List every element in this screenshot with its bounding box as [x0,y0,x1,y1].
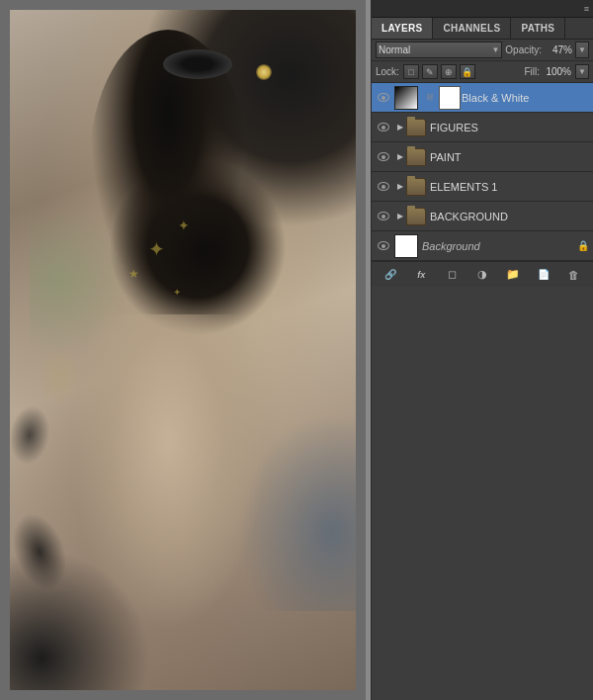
star-decoration-1: ✦ [148,237,165,261]
eye-icon [378,212,389,220]
fill-value: 100% [544,66,571,77]
layer-mask-thumbnail [439,86,461,110]
folder-icon-figures [406,119,426,136]
eye-pupil [381,185,385,189]
folder-icon-background [406,208,426,225]
fill-label: Fill: [524,66,540,77]
opacity-stepper[interactable]: ▼ [575,42,589,58]
layers-list: ⛓ Black & White ▶ FIGURES ▶ [372,83,593,261]
tab-layers[interactable]: LAYERS [372,18,433,39]
eye-icon [378,123,389,131]
layer-name-elements1: ELEMENTS 1 [430,181,589,193]
layer-collapse-elements1[interactable]: ▶ [394,181,406,193]
opacity-arrow-icon: ▼ [578,45,586,54]
group-icon: 📁 [506,268,520,281]
layer-locked-icon: 🔒 [577,240,589,251]
fill-arrow-icon: ▼ [578,67,586,76]
opacity-label: Opacity: [505,44,542,55]
opacity-value: 47% [545,44,572,55]
lock-transparent-btn[interactable]: □ [403,64,419,79]
new-group-button[interactable]: 📁 [503,265,523,285]
layer-item-elements1[interactable]: ▶ ELEMENTS 1 [372,172,593,202]
star-decoration-3: ★ [128,267,139,281]
eye-pupil [381,155,385,159]
layers-panel: ≡ LAYERS CHANNELS PATHS Normal ▼ Opacity… [371,0,593,700]
new-layer-icon: 📄 [538,269,550,280]
sketch-figure [40,349,79,403]
folder-icon-elements1 [406,178,426,196]
eye-icon [378,182,389,191]
layer-collapse-paint[interactable]: ▶ [394,151,406,163]
blend-mode-select[interactable]: Normal ▼ [376,42,502,58]
layer-item-black-white[interactable]: ⛓ Black & White [372,83,593,113]
eye-icon [378,152,389,161]
eye-pupil [381,96,385,100]
layer-eye-paint[interactable] [376,149,391,165]
layer-name-background-group: BACKGROUND [430,211,589,222]
panel-bottom-toolbar: 🔗 fx ◻ ◑ 📁 📄 🗑 [372,261,593,287]
layer-thumb-bw [394,86,418,110]
fill-stepper[interactable]: ▼ [575,64,589,79]
canvas-area: ✦ ✦ ★ ✦ [0,0,366,700]
adjustment-icon: ◑ [477,268,487,281]
eye-pupil [381,126,385,130]
delete-icon: 🗑 [568,269,579,281]
lock-fill-row: Lock: □ ✎ ⊕ 🔒 Fill: 100% ▼ [372,61,593,83]
eye-pupil [381,244,385,248]
bg-thumbnail [395,235,417,257]
lock-icons-group: □ ✎ ⊕ 🔒 [403,64,521,79]
figure-light-woman [69,314,267,631]
add-mask-button[interactable]: ◻ [442,265,462,285]
fx-icon: fx [417,270,425,280]
artwork-canvas: ✦ ✦ ★ ✦ [10,10,356,690]
layer-thumb-background [394,234,418,258]
link-icon: 🔗 [384,269,396,280]
blend-mode-arrow: ▼ [491,45,499,54]
layer-item-background-group[interactable]: ▶ BACKGROUND [372,202,593,231]
layer-eye-background-group[interactable] [376,209,391,224]
delete-layer-button[interactable]: 🗑 [563,265,583,285]
bw-thumbnail [395,87,417,109]
eye-pupil [381,215,385,219]
ufo-shape [163,49,232,79]
eye-icon [378,93,389,102]
lock-label: Lock: [376,66,399,77]
panel-menu-icon[interactable]: ≡ [584,4,589,14]
star-decoration-4: ✦ [173,287,181,298]
layer-eye-figures[interactable] [376,120,391,135]
layer-eye-black-white[interactable] [376,90,391,106]
layer-name-black-white: Black & White [462,92,589,104]
ufo-light [256,64,272,80]
layer-chain-icon[interactable]: ⛓ [423,91,437,105]
layer-eye-elements1[interactable] [376,179,391,195]
tab-channels[interactable]: CHANNELS [433,18,511,39]
layer-eye-background[interactable] [376,238,391,254]
layer-name-paint: PAINT [430,151,589,163]
blend-opacity-row: Normal ▼ Opacity: 47% ▼ [372,40,593,61]
layer-item-background[interactable]: Background 🔒 [372,231,593,261]
tab-paths[interactable]: PATHS [511,18,565,39]
panel-tabs: LAYERS CHANNELS PATHS [372,18,593,40]
lock-image-btn[interactable]: ✎ [422,64,438,79]
link-layers-button[interactable]: 🔗 [381,265,400,285]
eye-icon [378,241,389,250]
layer-collapse-figures[interactable]: ▶ [394,122,406,133]
folder-icon-paint [406,148,426,166]
panel-titlebar: ≡ [372,0,593,18]
lock-all-btn[interactable]: 🔒 [460,64,475,79]
chain-link: ⛓ [426,93,434,102]
layer-name-figures: FIGURES [430,122,589,133]
star-decoration-2: ✦ [178,218,190,233]
layer-collapse-background-group[interactable]: ▶ [394,211,406,222]
layer-item-paint[interactable]: ▶ PAINT [372,142,593,172]
mask-icon: ◻ [448,268,457,281]
lock-position-btn[interactable]: ⊕ [441,64,457,79]
layer-name-background: Background [422,240,573,252]
layer-item-figures[interactable]: ▶ FIGURES [372,113,593,142]
layer-styles-button[interactable]: fx [411,265,431,285]
new-adjustment-button[interactable]: ◑ [472,265,492,285]
new-layer-button[interactable]: 📄 [534,265,553,285]
